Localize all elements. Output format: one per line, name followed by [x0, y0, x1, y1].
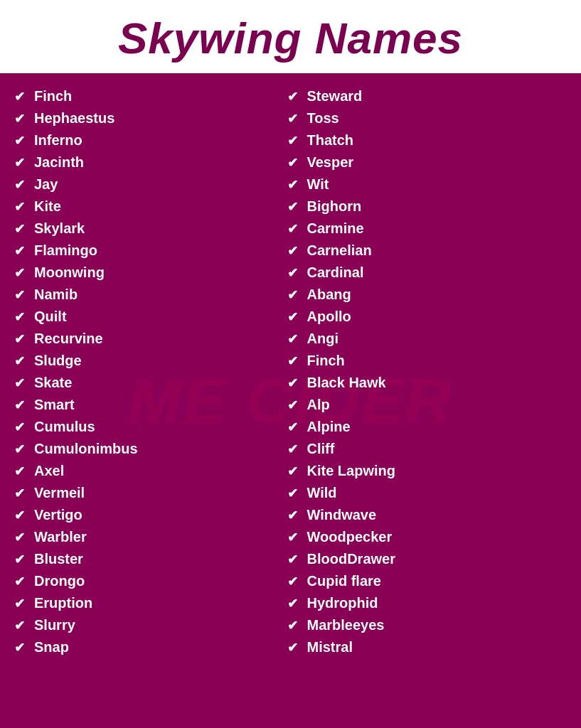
list-item: ✔Warbler [14, 527, 287, 547]
name-label: Finch [34, 88, 72, 105]
name-label: Cumulus [34, 419, 95, 435]
list-item: ✔Finch [14, 86, 287, 107]
check-icon: ✔ [287, 574, 302, 589]
name-label: Axel [34, 463, 64, 479]
list-item: ✔Angi [287, 328, 560, 349]
list-item: ✔Slurry [14, 615, 287, 636]
name-label: Namib [34, 287, 78, 303]
list-item: ✔Apollo [287, 306, 560, 327]
header: Skywing Names [0, 0, 581, 73]
name-label: Warbler [34, 529, 87, 545]
list-item: ✔Vesper [287, 152, 560, 173]
name-label: Recurvine [34, 331, 103, 347]
name-label: Woodpecker [307, 529, 393, 545]
check-icon: ✔ [287, 530, 302, 545]
name-label: Hydrophid [307, 595, 378, 611]
check-icon: ✔ [14, 618, 28, 633]
name-label: Moonwing [34, 264, 105, 281]
list-item: ✔Mistral [287, 637, 560, 658]
list-item: ✔Sludge [14, 350, 287, 371]
check-icon: ✔ [14, 397, 28, 413]
content: ME CIDER ✔Finch✔Hephaestus✔Inferno✔Jacin… [0, 73, 581, 728]
name-label: Steward [307, 88, 363, 105]
check-icon: ✔ [14, 486, 28, 501]
list-item: ✔Drongo [14, 571, 287, 592]
check-icon: ✔ [287, 441, 302, 457]
name-label: Wild [307, 485, 337, 501]
list-item: ✔Smart [14, 395, 287, 415]
name-label: Eruption [34, 595, 92, 611]
name-label: Flamingo [34, 242, 97, 259]
list-item: ✔Skate [14, 373, 287, 393]
list-item: ✔Woodpecker [287, 527, 560, 547]
name-label: Alpine [307, 419, 351, 435]
list-item: ✔Cumulonimbus [14, 439, 287, 459]
name-label: BloodDrawer [307, 551, 395, 567]
name-label: Sludge [34, 353, 82, 369]
list-item: ✔Cliff [287, 439, 560, 459]
name-label: Cumulonimbus [34, 441, 138, 457]
list-item: ✔Quilt [14, 306, 287, 327]
check-icon: ✔ [287, 287, 302, 303]
list-item: ✔BloodDrawer [287, 549, 560, 569]
check-icon: ✔ [287, 199, 302, 215]
name-label: Jay [34, 176, 58, 193]
check-icon: ✔ [14, 596, 28, 611]
list-item: ✔Axel [14, 461, 287, 481]
name-label: Cliff [307, 441, 335, 457]
name-label: Slurry [34, 617, 75, 633]
name-label: Kite Lapwing [307, 463, 395, 479]
check-icon: ✔ [14, 419, 28, 435]
list-item: ✔Wit [287, 174, 560, 195]
check-icon: ✔ [14, 552, 28, 567]
name-label: Vertigo [34, 507, 82, 523]
check-icon: ✔ [287, 508, 302, 523]
check-icon: ✔ [14, 155, 28, 171]
check-icon: ✔ [287, 309, 302, 325]
check-icon: ✔ [287, 133, 302, 149]
check-icon: ✔ [14, 177, 28, 193]
name-label: Carnelian [307, 242, 372, 259]
check-icon: ✔ [287, 419, 302, 435]
list-item: ✔Jacinth [14, 152, 287, 173]
name-label: Jacinth [34, 154, 84, 171]
name-label: Inferno [34, 132, 82, 149]
list-item: ✔Kite Lapwing [287, 461, 560, 481]
list-item: ✔Bluster [14, 549, 287, 569]
check-icon: ✔ [14, 530, 28, 545]
name-label: Snap [34, 639, 69, 655]
list-item: ✔Steward [287, 86, 560, 107]
check-icon: ✔ [14, 287, 28, 303]
list-item: ✔Jay [14, 174, 287, 195]
check-icon: ✔ [14, 441, 28, 457]
check-icon: ✔ [287, 111, 302, 127]
check-icon: ✔ [14, 640, 28, 655]
check-icon: ✔ [14, 353, 28, 369]
page-title: Skywing Names [14, 13, 567, 63]
check-icon: ✔ [287, 265, 302, 281]
left-column: ✔Finch✔Hephaestus✔Inferno✔Jacinth✔Jay✔Ki… [14, 86, 287, 658]
check-icon: ✔ [14, 111, 28, 127]
check-icon: ✔ [287, 353, 302, 369]
list-item: ✔Toss [287, 108, 560, 129]
name-label: Wit [307, 176, 329, 193]
list-item: ✔Namib [14, 284, 287, 305]
check-icon: ✔ [287, 596, 302, 611]
name-label: Bighorn [307, 198, 362, 215]
name-label: Windwave [307, 507, 377, 523]
name-label: Bluster [34, 551, 83, 567]
check-icon: ✔ [287, 221, 302, 237]
list-item: ✔Abang [287, 284, 560, 305]
name-label: Cupid flare [307, 573, 381, 589]
list-item: ✔Black Hawk [287, 373, 560, 393]
list-item: ✔Moonwing [14, 262, 287, 283]
name-label: Abang [307, 287, 351, 303]
check-icon: ✔ [287, 397, 302, 413]
name-columns: ✔Finch✔Hephaestus✔Inferno✔Jacinth✔Jay✔Ki… [14, 86, 560, 658]
name-label: Skate [34, 375, 72, 391]
list-item: ✔Hephaestus [14, 108, 287, 129]
right-column: ✔Steward✔Toss✔Thatch✔Vesper✔Wit✔Bighorn✔… [287, 86, 560, 658]
list-item: ✔Recurvine [14, 328, 287, 349]
list-item: ✔Snap [14, 637, 287, 658]
list-item: ✔Cumulus [14, 417, 287, 437]
